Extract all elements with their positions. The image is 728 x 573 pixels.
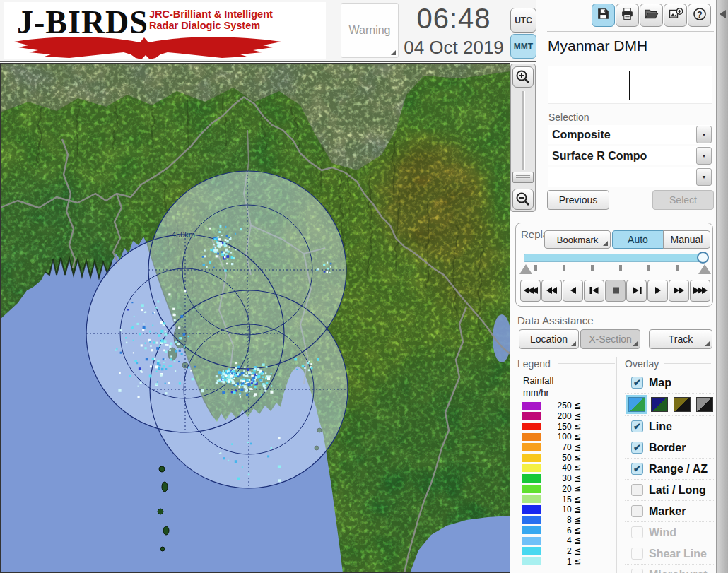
overlay-item-microburst[interactable]: Microburst (625, 564, 714, 573)
slider-tick (619, 265, 622, 271)
stop-button[interactable] (605, 280, 626, 302)
checkbox[interactable] (631, 548, 643, 560)
checkbox[interactable] (631, 505, 643, 517)
replay-slider-handle[interactable] (697, 252, 709, 264)
legend-row: 10 ≦ (520, 504, 581, 515)
zoom-slider-handle[interactable] (512, 172, 534, 183)
zoom-out-button[interactable] (512, 189, 534, 210)
clock-time: 06:48 (400, 1, 507, 36)
legend-value: 2 ≦ (541, 546, 581, 556)
legend-value: 4 ≦ (541, 536, 581, 545)
mmt-button[interactable]: MMT (510, 34, 536, 59)
fast-forward-button[interactable] (669, 280, 689, 302)
track-button[interactable]: Track (649, 329, 712, 349)
stop-icon (608, 285, 623, 297)
clock: 06:48 04 Oct 2019 (400, 1, 507, 59)
map-style-swatch-2[interactable] (674, 397, 691, 412)
overlay-item-border[interactable]: ✔Border (625, 437, 714, 458)
location-button[interactable]: Location (519, 329, 579, 349)
eagle-logo-icon (13, 35, 283, 59)
overlay-item-shear-line[interactable]: Shear Line (625, 543, 714, 564)
checkbox[interactable]: ✔ (631, 420, 643, 432)
play-button[interactable] (647, 280, 668, 302)
checkbox[interactable]: ✔ (631, 463, 643, 475)
selection-dropdown-0[interactable]: Composite▼ (548, 125, 712, 144)
fast-rewind-button[interactable] (520, 280, 541, 302)
print-button[interactable] (616, 4, 639, 27)
map-canvas: 450km (0, 63, 510, 573)
legend-swatch (522, 526, 541, 535)
open-folder-button[interactable] (640, 4, 663, 27)
previous-button[interactable]: Previous (547, 190, 609, 210)
overlay-item-range-az[interactable]: ✔Range / AZ (625, 458, 714, 479)
checkbox[interactable]: ✔ (631, 442, 643, 454)
legend-swatch (522, 412, 541, 420)
selection-dropdown-1[interactable]: Surface R Compo▼ (548, 146, 712, 165)
step-back-button[interactable] (584, 280, 604, 302)
legend-swatch (522, 443, 541, 451)
overlay-item-line[interactable]: ✔Line (625, 415, 714, 437)
legend-swatch (522, 474, 541, 483)
selection-label: Selection (548, 112, 589, 123)
legend-row: 50 ≦ (520, 452, 581, 463)
bookmark-button[interactable]: Bookmark (544, 230, 611, 249)
zoom-in-button[interactable] (512, 66, 534, 88)
legend-value: 20 ≦ (541, 484, 581, 494)
slider-start-marker[interactable] (519, 264, 532, 274)
x-section-button[interactable]: X-Section (580, 329, 640, 349)
overlay-title: Overlay (625, 358, 659, 370)
warning-button[interactable]: Warning (341, 3, 399, 58)
map-style-swatch-3[interactable] (696, 397, 713, 412)
checkbox[interactable] (631, 569, 643, 573)
map-style-swatch-0[interactable] (628, 397, 645, 412)
utc-button[interactable]: UTC (510, 8, 536, 33)
status-display[interactable] (548, 66, 712, 104)
play-reverse-button[interactable] (563, 280, 583, 302)
auto-button[interactable]: Auto (612, 230, 664, 249)
zoom-slider-groove[interactable] (522, 91, 525, 170)
legend-value: 40 ≦ (541, 463, 581, 473)
add-image-icon (668, 6, 683, 24)
selection-dropdown-2[interactable]: ▼ (548, 167, 712, 187)
button-label: X-Section (589, 333, 632, 345)
play-reverse-icon (565, 285, 581, 297)
manual-button[interactable]: Manual (663, 230, 710, 249)
legend-swatch (522, 464, 541, 473)
legend-row: 1 ≦ (520, 556, 581, 567)
legend-value: 1 ≦ (541, 557, 581, 567)
chevron-down-icon[interactable]: ▼ (696, 168, 712, 186)
logo-subtitle: JRC-Brilliant & Intelligent Radar Dialog… (149, 8, 273, 31)
add-image-button[interactable] (664, 4, 687, 27)
slider-tick (591, 265, 594, 271)
legend-row: 150 ≦ (520, 421, 581, 432)
legend-value: 6 ≦ (541, 526, 581, 536)
help-button[interactable]: ? (688, 4, 711, 27)
overlay-item-lati-long[interactable]: Lati / Long (625, 479, 714, 500)
chevron-down-icon[interactable]: ▼ (696, 147, 712, 165)
checkbox[interactable]: ✔ (631, 377, 643, 389)
collapse-panel-icon[interactable] (720, 10, 726, 18)
legend-scale: 250 ≦200 ≦150 ≦100 ≦70 ≦50 ≦40 ≦30 ≦20 ≦… (520, 401, 581, 567)
rewind-button[interactable] (541, 280, 562, 302)
legend-swatch (522, 423, 541, 431)
checkbox[interactable] (631, 484, 643, 496)
checkbox[interactable] (631, 526, 643, 538)
slider-end-marker[interactable] (698, 264, 711, 274)
replay-slider-track[interactable] (524, 254, 700, 262)
overlay-item-wind[interactable]: Wind (625, 521, 714, 543)
legend-row: 8 ≦ (520, 515, 581, 526)
legend-row: 70 ≦ (520, 442, 581, 453)
legend-value: 50 ≦ (541, 453, 581, 463)
legend-swatch (522, 516, 541, 524)
header-toolbar: ? (592, 4, 711, 27)
overlay-item-marker[interactable]: Marker (625, 500, 714, 521)
step-forward-button[interactable] (626, 280, 647, 302)
fastest-forward-button[interactable] (690, 280, 710, 302)
save-button[interactable] (592, 4, 615, 27)
overlay-item-map[interactable]: ✔Map (625, 372, 714, 393)
select-button[interactable]: Select (652, 190, 714, 210)
panel-scrollbar[interactable] (716, 0, 728, 573)
chevron-down-icon[interactable]: ▼ (696, 126, 712, 143)
map-style-swatch-1[interactable] (651, 397, 668, 412)
radar-map[interactable]: 450km (0, 63, 510, 573)
